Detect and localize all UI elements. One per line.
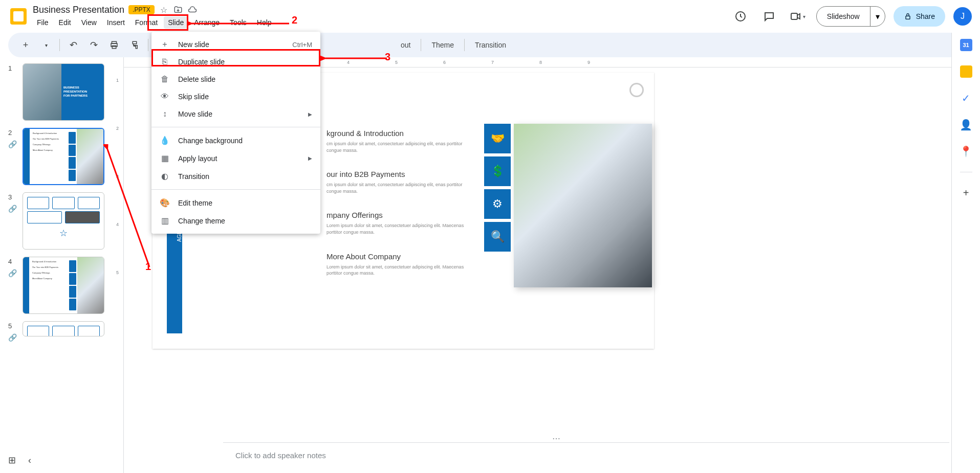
separator (960, 172, 972, 172)
theme-btn[interactable]: Theme (425, 41, 460, 49)
layout-icon: ▦ (160, 153, 170, 163)
content-item: mpany Offerings Lorem ipsum dolor sit am… (326, 211, 470, 235)
slide-thumb-4[interactable]: 4 🔗 Background & Introduction Our Your i… (8, 257, 107, 314)
svg-line-10 (107, 149, 149, 267)
tasks-icon[interactable]: ✓ (960, 92, 972, 104)
slide-thumb-1[interactable]: 1 BUSINESS PRESENTATION FOR PARTNERS (8, 63, 107, 121)
app-logo[interactable] (8, 6, 29, 27)
link-icon: 🔗 (8, 140, 17, 148)
header-actions: ▾ Slideshow ▾ Share J (730, 6, 972, 27)
document-title[interactable]: Business Presentation (33, 5, 124, 15)
notes-placeholder: Click to add speaker notes (235, 451, 326, 460)
keep-icon[interactable] (960, 65, 972, 78)
dd-move-slide[interactable]: ↕ Move slide ▶ (151, 105, 320, 123)
slideshow-main[interactable]: Slideshow (817, 7, 870, 26)
side-panel: 31 ✓ 👤 📍 + (951, 33, 980, 473)
plus-icon: + (160, 40, 170, 49)
title-row: Business Presentation .PPTX ☆ (33, 5, 730, 15)
submenu-arrow-icon: ▶ (308, 155, 312, 161)
separator (464, 39, 465, 51)
dd-apply-layout[interactable]: ▦ Apply layout ▶ (151, 149, 320, 167)
slide-logo-icon (629, 83, 644, 97)
share-label: Share (916, 12, 935, 20)
move-icon: ↕ (160, 109, 170, 119)
content-item: kground & Introduction cm ipsum dolor si… (326, 129, 470, 153)
new-slide-btn[interactable]: + (16, 36, 35, 54)
annotation-num-1: 1 (145, 261, 151, 273)
new-slide-dropdown[interactable]: ▾ (37, 36, 55, 54)
speaker-notes[interactable]: Click to add speaker notes (223, 442, 949, 473)
transition-icon: ◐ (160, 171, 170, 181)
slideshow-button: Slideshow ▾ (816, 6, 885, 27)
dd-delete-slide[interactable]: 🗑 Delete slide (151, 71, 320, 88)
move-folder-icon[interactable] (173, 5, 183, 15)
menu-insert[interactable]: Insert (103, 16, 129, 29)
layout-btn[interactable]: out (395, 41, 417, 49)
slide-image (514, 124, 652, 287)
svg-rect-2 (906, 16, 910, 19)
calendar-icon[interactable]: 31 (960, 39, 972, 51)
contacts-icon[interactable]: 👤 (960, 119, 972, 131)
separator (151, 189, 320, 190)
menu-edit[interactable]: Edit (55, 16, 75, 29)
user-avatar[interactable]: J (953, 7, 972, 26)
handshake-icon: 🤝 (484, 124, 511, 153)
print-btn[interactable] (105, 36, 123, 54)
title-area: Business Presentation .PPTX ☆ File Edit … (33, 5, 730, 29)
gear-hand-icon: ⚙ (484, 189, 511, 219)
dd-skip-slide[interactable]: 👁 Skip slide (151, 88, 320, 105)
slide-content-list: kground & Introduction cm ipsum dolor si… (326, 129, 470, 293)
redo-btn[interactable]: ↷ (84, 36, 103, 54)
transition-btn[interactable]: Transition (469, 41, 512, 49)
link-icon: 🔗 (8, 333, 17, 342)
notes-drag-handle[interactable]: ⋯ (546, 434, 567, 442)
annotation-num-2: 2 (292, 14, 297, 26)
video-call-icon[interactable]: ▾ (788, 6, 808, 27)
menu-view[interactable]: View (77, 16, 101, 29)
paint-format-btn[interactable] (125, 36, 144, 54)
add-addon-icon[interactable]: + (960, 187, 972, 199)
lock-icon (904, 12, 912, 20)
theme-icon: ▥ (160, 216, 170, 226)
slide-thumb-5[interactable]: 5 🔗 (8, 321, 107, 336)
slides-logo-icon (10, 8, 27, 25)
dd-edit-theme[interactable]: 🎨 Edit theme (151, 194, 320, 212)
menu-file[interactable]: File (33, 16, 53, 29)
annotation-num-3: 3 (385, 51, 390, 63)
link-icon: 🔗 (8, 205, 17, 213)
submenu-arrow-icon: ▶ (308, 111, 312, 117)
menubar: File Edit View Insert Format Slide Arran… (33, 16, 730, 29)
link-icon: 🔗 (8, 269, 17, 277)
share-button[interactable]: Share (894, 6, 945, 27)
separator (59, 39, 60, 51)
eye-icon: 👁 (160, 92, 170, 101)
cloud-status-icon[interactable] (187, 5, 198, 15)
separator (421, 39, 421, 51)
droplet-icon: 💧 (160, 136, 170, 145)
content-item: More About Company Lorem ipsum dolor sit… (326, 252, 470, 277)
annotation-box-2 (151, 49, 320, 66)
dd-change-theme[interactable]: ▥ Change theme (151, 212, 320, 230)
dd-change-background[interactable]: 💧 Change background (151, 131, 320, 149)
grid-view-icon[interactable]: ⊞ (8, 455, 16, 466)
separator (148, 39, 148, 51)
maps-icon[interactable]: 📍 (960, 145, 972, 157)
slideshow-dropdown[interactable]: ▾ (870, 7, 885, 26)
slide-thumb-3[interactable]: 3 🔗 ☆ (8, 192, 107, 250)
dd-transition[interactable]: ◐ Transition (151, 167, 320, 185)
star-icon[interactable]: ☆ (159, 5, 169, 15)
separator (151, 127, 320, 127)
collapse-icon[interactable]: ‹ (28, 455, 31, 466)
annotation-arrow-2 (320, 54, 392, 64)
annotation-arrow-1 (187, 20, 294, 31)
undo-btn[interactable]: ↶ (64, 36, 82, 54)
slide-thumb-2[interactable]: 2 🔗 Background & Introduction Our Your i… (8, 128, 107, 185)
bottom-bar: ⊞ ‹ (0, 447, 112, 473)
history-icon[interactable] (730, 6, 751, 27)
money-icon: 💲 (484, 156, 511, 186)
filmstrip: 1 BUSINESS PRESENTATION FOR PARTNERS 2 🔗 (0, 57, 112, 473)
slide-icon-column: 🤝 💲 ⚙ 🔍 (484, 124, 511, 252)
svg-rect-1 (791, 13, 797, 19)
comments-icon[interactable] (759, 6, 779, 27)
pptx-badge: .PPTX (128, 5, 155, 14)
